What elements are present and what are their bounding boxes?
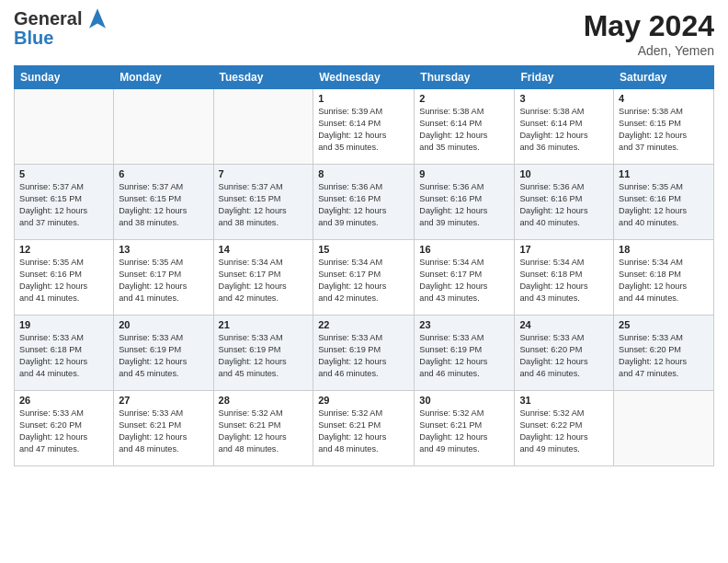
calendar-cell: 10Sunrise: 5:36 AM Sunset: 6:16 PM Dayli… [515, 165, 614, 240]
day-number: 6 [119, 168, 208, 179]
calendar-header-sunday: Sunday [15, 66, 114, 89]
day-number: 18 [619, 244, 709, 255]
calendar-cell: 31Sunrise: 5:32 AM Sunset: 6:22 PM Dayli… [515, 391, 614, 466]
day-number: 14 [219, 244, 309, 255]
day-number: 10 [519, 168, 609, 179]
day-number: 19 [19, 319, 108, 330]
location: Aden, Yemen [584, 43, 714, 58]
day-info: Sunrise: 5:35 AM Sunset: 6:16 PM Dayligh… [619, 181, 709, 229]
svg-marker-0 [89, 8, 106, 29]
day-info: Sunrise: 5:33 AM Sunset: 6:19 PM Dayligh… [219, 332, 309, 380]
day-info: Sunrise: 5:34 AM Sunset: 6:18 PM Dayligh… [519, 257, 609, 304]
calendar-week-row: 5Sunrise: 5:37 AM Sunset: 6:15 PM Daylig… [15, 165, 714, 240]
day-info: Sunrise: 5:37 AM Sunset: 6:15 PM Dayligh… [219, 181, 309, 229]
calendar-week-row: 12Sunrise: 5:35 AM Sunset: 6:16 PM Dayli… [15, 240, 714, 316]
calendar-cell: 14Sunrise: 5:34 AM Sunset: 6:17 PM Dayli… [213, 240, 313, 316]
logo-blue-text: Blue [14, 29, 106, 47]
day-number: 15 [318, 244, 409, 255]
day-number: 9 [419, 168, 509, 179]
calendar-cell: 15Sunrise: 5:34 AM Sunset: 6:17 PM Dayli… [313, 240, 415, 316]
day-info: Sunrise: 5:33 AM Sunset: 6:20 PM Dayligh… [519, 332, 609, 380]
calendar-cell: 30Sunrise: 5:32 AM Sunset: 6:21 PM Dayli… [415, 391, 515, 466]
day-number: 1 [318, 93, 409, 104]
day-number: 31 [519, 395, 609, 406]
calendar-cell: 6Sunrise: 5:37 AM Sunset: 6:15 PM Daylig… [114, 165, 213, 240]
day-info: Sunrise: 5:37 AM Sunset: 6:15 PM Dayligh… [119, 181, 208, 229]
calendar-cell: 12Sunrise: 5:35 AM Sunset: 6:16 PM Dayli… [15, 240, 114, 316]
day-info: Sunrise: 5:36 AM Sunset: 6:16 PM Dayligh… [419, 181, 509, 229]
day-number: 13 [119, 244, 208, 255]
day-number: 4 [619, 93, 709, 104]
day-number: 17 [519, 244, 609, 255]
day-info: Sunrise: 5:33 AM Sunset: 6:18 PM Dayligh… [19, 332, 108, 380]
day-info: Sunrise: 5:33 AM Sunset: 6:19 PM Dayligh… [318, 332, 409, 380]
logo: General Blue [14, 9, 106, 47]
day-info: Sunrise: 5:34 AM Sunset: 6:18 PM Dayligh… [619, 257, 709, 304]
day-number: 7 [219, 168, 309, 179]
day-number: 12 [19, 244, 108, 255]
calendar-cell: 5Sunrise: 5:37 AM Sunset: 6:15 PM Daylig… [15, 165, 114, 240]
day-number: 28 [219, 395, 309, 406]
day-info: Sunrise: 5:36 AM Sunset: 6:16 PM Dayligh… [318, 181, 409, 229]
day-info: Sunrise: 5:33 AM Sunset: 6:19 PM Dayligh… [119, 332, 208, 380]
day-number: 11 [619, 168, 709, 179]
day-info: Sunrise: 5:35 AM Sunset: 6:16 PM Dayligh… [19, 257, 108, 304]
calendar-header-thursday: Thursday [415, 66, 515, 89]
calendar-cell: 17Sunrise: 5:34 AM Sunset: 6:18 PM Dayli… [515, 240, 614, 316]
calendar-header-row: SundayMondayTuesdayWednesdayThursdayFrid… [15, 66, 714, 89]
calendar-header-tuesday: Tuesday [213, 66, 313, 89]
day-number: 21 [219, 319, 309, 330]
day-number: 20 [119, 319, 208, 330]
calendar-cell: 24Sunrise: 5:33 AM Sunset: 6:20 PM Dayli… [515, 316, 614, 391]
day-info: Sunrise: 5:34 AM Sunset: 6:17 PM Dayligh… [318, 257, 409, 304]
calendar-header-wednesday: Wednesday [313, 66, 415, 89]
day-info: Sunrise: 5:35 AM Sunset: 6:17 PM Dayligh… [119, 257, 208, 304]
day-number: 25 [619, 319, 709, 330]
day-info: Sunrise: 5:39 AM Sunset: 6:14 PM Dayligh… [318, 106, 409, 154]
calendar-cell: 22Sunrise: 5:33 AM Sunset: 6:19 PM Dayli… [313, 316, 415, 391]
calendar-cell: 25Sunrise: 5:33 AM Sunset: 6:20 PM Dayli… [614, 316, 714, 391]
day-number: 8 [318, 168, 409, 179]
day-info: Sunrise: 5:34 AM Sunset: 6:17 PM Dayligh… [419, 257, 509, 304]
calendar-cell: 29Sunrise: 5:32 AM Sunset: 6:21 PM Dayli… [313, 391, 415, 466]
calendar-header-monday: Monday [114, 66, 213, 89]
page: General Blue May 2024 Aden, Yemen Sunday… [0, 0, 728, 563]
day-number: 22 [318, 319, 409, 330]
header: General Blue May 2024 Aden, Yemen [14, 9, 714, 58]
calendar-week-row: 1Sunrise: 5:39 AM Sunset: 6:14 PM Daylig… [15, 89, 714, 165]
calendar-cell [114, 89, 213, 165]
calendar-cell: 13Sunrise: 5:35 AM Sunset: 6:17 PM Dayli… [114, 240, 213, 316]
calendar-cell: 2Sunrise: 5:38 AM Sunset: 6:14 PM Daylig… [415, 89, 515, 165]
calendar-header-friday: Friday [515, 66, 614, 89]
calendar-cell: 4Sunrise: 5:38 AM Sunset: 6:15 PM Daylig… [614, 89, 714, 165]
day-info: Sunrise: 5:32 AM Sunset: 6:22 PM Dayligh… [519, 408, 609, 455]
calendar-cell: 3Sunrise: 5:38 AM Sunset: 6:14 PM Daylig… [515, 89, 614, 165]
day-number: 24 [519, 319, 609, 330]
calendar-cell [15, 89, 114, 165]
calendar-cell [614, 391, 714, 466]
calendar-cell: 9Sunrise: 5:36 AM Sunset: 6:16 PM Daylig… [415, 165, 515, 240]
day-info: Sunrise: 5:36 AM Sunset: 6:16 PM Dayligh… [519, 181, 609, 229]
calendar-cell: 26Sunrise: 5:33 AM Sunset: 6:20 PM Dayli… [15, 391, 114, 466]
day-number: 5 [19, 168, 108, 179]
day-number: 27 [119, 395, 208, 406]
calendar-cell: 1Sunrise: 5:39 AM Sunset: 6:14 PM Daylig… [313, 89, 415, 165]
day-info: Sunrise: 5:33 AM Sunset: 6:20 PM Dayligh… [619, 332, 709, 380]
month-title: May 2024 [584, 9, 714, 43]
calendar-cell [213, 89, 313, 165]
calendar-header-saturday: Saturday [614, 66, 714, 89]
day-number: 26 [19, 395, 108, 406]
day-info: Sunrise: 5:34 AM Sunset: 6:17 PM Dayligh… [219, 257, 309, 304]
calendar-cell: 23Sunrise: 5:33 AM Sunset: 6:19 PM Dayli… [415, 316, 515, 391]
day-number: 30 [419, 395, 509, 406]
calendar: SundayMondayTuesdayWednesdayThursdayFrid… [14, 65, 714, 466]
day-number: 3 [519, 93, 609, 104]
calendar-cell: 18Sunrise: 5:34 AM Sunset: 6:18 PM Dayli… [614, 240, 714, 316]
calendar-cell: 11Sunrise: 5:35 AM Sunset: 6:16 PM Dayli… [614, 165, 714, 240]
day-info: Sunrise: 5:38 AM Sunset: 6:14 PM Dayligh… [519, 106, 609, 154]
calendar-cell: 19Sunrise: 5:33 AM Sunset: 6:18 PM Dayli… [15, 316, 114, 391]
day-info: Sunrise: 5:38 AM Sunset: 6:15 PM Dayligh… [619, 106, 709, 154]
day-info: Sunrise: 5:38 AM Sunset: 6:14 PM Dayligh… [419, 106, 509, 154]
day-number: 2 [419, 93, 509, 104]
calendar-cell: 8Sunrise: 5:36 AM Sunset: 6:16 PM Daylig… [313, 165, 415, 240]
